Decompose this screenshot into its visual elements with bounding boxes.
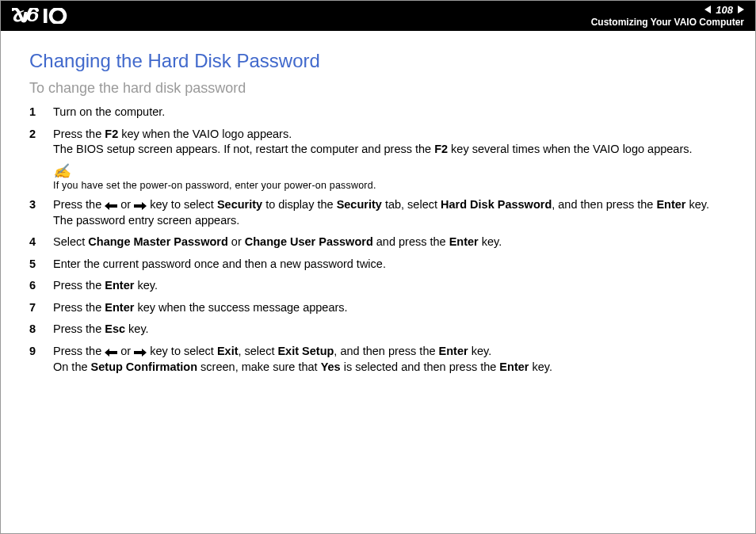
text: to display the — [262, 198, 337, 211]
header-right: 108 Customizing Your VAIO Computer — [591, 4, 744, 29]
step-4: 4 Select Change Master Password or Chang… — [29, 235, 727, 250]
bold-term: Exit Setup — [277, 345, 334, 357]
text: , and then press the — [334, 345, 438, 357]
key-name: Esc — [105, 322, 125, 335]
text: key. — [479, 235, 502, 248]
step-body: Press the or key to select Security to d… — [53, 197, 727, 229]
key-name: Enter — [449, 235, 479, 248]
bold-term: Security — [337, 198, 382, 211]
steps-list: 1 Turn on the computer. 2 Press the F2 k… — [29, 105, 727, 376]
step-body: Press the Esc key. — [53, 322, 727, 338]
step-number: 1 — [29, 105, 53, 120]
step-5: 5 Enter the current password once and th… — [29, 257, 727, 273]
step-9: 9 Press the or key to select Exit, selec… — [29, 344, 727, 376]
step-body: Press the F2 key when the VAIO logo appe… — [53, 127, 727, 158]
text: key to select — [147, 198, 217, 211]
arrow-left-icon — [105, 344, 117, 360]
step-1: 1 Turn on the computer. — [29, 105, 727, 120]
bold-term: Exit — [217, 345, 239, 357]
key-name: Enter — [105, 301, 134, 314]
text: key when the VAIO logo appears. — [118, 128, 292, 140]
text: key when the success message appears. — [134, 301, 347, 314]
content-area: Changing the Hard Disk Password To chang… — [1, 31, 755, 376]
text: The password entry screen appears. — [53, 214, 239, 227]
text: Press the — [53, 322, 105, 335]
page-nav: 108 — [704, 4, 744, 17]
svg-marker-5 — [105, 349, 117, 357]
text: key to select — [147, 345, 217, 357]
key-name: Enter — [499, 360, 529, 373]
text: , select — [238, 345, 277, 357]
text: On the — [53, 360, 91, 373]
text: Press the — [53, 279, 105, 292]
step-3: 3 Press the or key to select Security to… — [29, 197, 727, 229]
arrow-left-icon — [105, 197, 117, 213]
step-number: 2 — [29, 127, 53, 158]
key-name: F2 — [434, 143, 448, 155]
text: Press the — [53, 198, 105, 211]
step-body: Press the Enter key when the success mes… — [53, 300, 727, 316]
header-bar: ૮ıo 108 Customizing Your VAIO Computer — [1, 1, 755, 31]
step-body: Enter the current password once and then… — [53, 257, 727, 273]
bold-term: Security — [217, 198, 262, 211]
text: or — [117, 345, 134, 357]
key-name: F2 — [105, 128, 118, 140]
text: Press the — [53, 301, 105, 314]
bold-term: Setup Confirmation — [91, 360, 198, 373]
page-number: 108 — [716, 4, 733, 17]
text: key. — [134, 279, 158, 292]
step-2: 2 Press the F2 key when the VAIO logo ap… — [29, 127, 727, 158]
text: Press the — [53, 128, 105, 140]
svg-rect-1 — [44, 9, 48, 23]
text: or — [228, 235, 245, 248]
step-number: 3 — [29, 197, 53, 229]
text: or — [117, 198, 134, 211]
next-page-icon[interactable] — [738, 6, 744, 13]
svg-marker-4 — [134, 202, 147, 210]
svg-marker-6 — [134, 349, 147, 357]
step-number: 4 — [29, 235, 53, 250]
note-text: If you have set the power-on password, e… — [53, 180, 727, 191]
step-body: Select Change Master Password or Change … — [53, 235, 727, 250]
bold-term: Change Master Password — [88, 235, 227, 248]
step-8: 8 Press the Esc key. — [29, 322, 727, 338]
text: tab, select — [382, 198, 441, 211]
bold-term: Yes — [321, 360, 341, 373]
prev-page-icon[interactable] — [704, 6, 711, 13]
key-name: Enter — [439, 345, 468, 357]
text: The BIOS setup screen appears. If not, r… — [53, 143, 434, 155]
step-body: Press the Enter key. — [53, 278, 727, 294]
key-name: Enter — [105, 279, 134, 292]
bold-term: Hard Disk Password — [441, 198, 552, 211]
text: Select — [53, 235, 88, 248]
bold-term: Change User Password — [245, 235, 373, 248]
text: key. — [529, 360, 552, 373]
step-body: Press the or key to select Exit, select … — [53, 344, 727, 376]
text: and press the — [373, 235, 449, 248]
text: key. — [468, 345, 492, 357]
note-icon: ✍ — [53, 164, 727, 178]
step-body: Turn on the computer. — [53, 105, 727, 120]
text: key. — [125, 322, 149, 335]
step-number: 5 — [29, 257, 53, 273]
arrow-right-icon — [134, 197, 147, 213]
key-name: Enter — [656, 198, 685, 211]
page-title: Changing the Hard Disk Password — [29, 50, 727, 72]
note-block: ✍ If you have set the power-on password,… — [53, 164, 727, 191]
text: screen, make sure that — [197, 360, 321, 373]
text: key several times when the VAIO logo app… — [448, 143, 692, 155]
step-number: 6 — [29, 278, 53, 294]
step-number: 8 — [29, 322, 53, 338]
step-7: 7 Press the Enter key when the success m… — [29, 300, 727, 316]
text: Press the — [53, 345, 105, 357]
step-number: 7 — [29, 300, 53, 316]
step-number: 9 — [29, 344, 53, 376]
arrow-right-icon — [134, 344, 147, 360]
vaio-logo: ૮ıo — [12, 8, 87, 24]
step-6: 6 Press the Enter key. — [29, 278, 727, 294]
svg-marker-3 — [105, 202, 117, 210]
text: , and then press the — [552, 198, 656, 211]
svg-point-2 — [51, 9, 65, 23]
page-subtitle: To change the hard disk password — [29, 80, 727, 97]
text: is selected and then press the — [341, 360, 500, 373]
